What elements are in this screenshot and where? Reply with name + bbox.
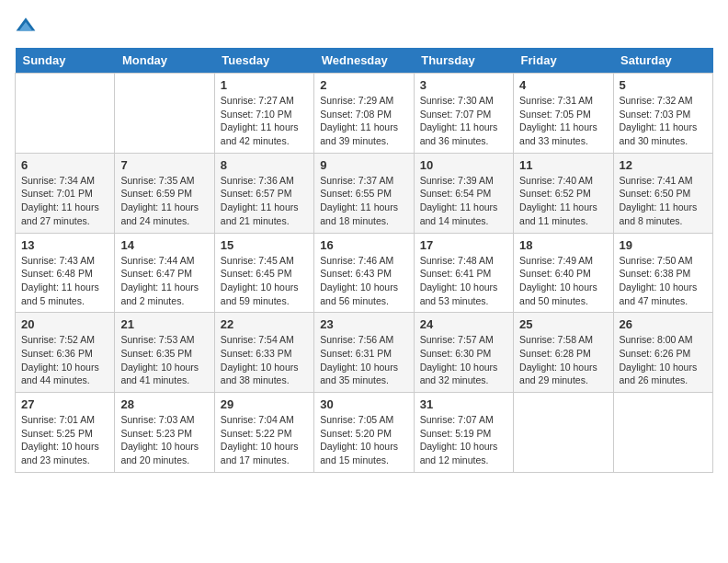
calendar-cell: 24Sunrise: 7:57 AMSunset: 6:30 PMDayligh… xyxy=(414,313,513,393)
day-detail: Sunrise: 7:48 AMSunset: 6:41 PMDaylight:… xyxy=(420,254,507,308)
day-detail: Sunrise: 7:34 AMSunset: 7:01 PMDaylight:… xyxy=(21,174,108,228)
day-detail: Sunrise: 7:46 AMSunset: 6:43 PMDaylight:… xyxy=(320,254,407,308)
day-detail: Sunrise: 7:31 AMSunset: 7:05 PMDaylight:… xyxy=(519,94,607,148)
calendar-header-sunday: Sunday xyxy=(16,48,115,74)
calendar-header-tuesday: Tuesday xyxy=(214,48,313,74)
day-number: 19 xyxy=(620,238,707,252)
day-number: 12 xyxy=(620,158,707,172)
day-number: 5 xyxy=(620,78,707,92)
day-number: 10 xyxy=(420,158,507,172)
day-detail: Sunrise: 7:56 AMSunset: 6:31 PMDaylight:… xyxy=(320,333,407,387)
day-detail: Sunrise: 7:29 AMSunset: 7:08 PMDaylight:… xyxy=(320,94,407,148)
day-number: 17 xyxy=(420,238,507,252)
calendar-week-row: 20Sunrise: 7:52 AMSunset: 6:36 PMDayligh… xyxy=(16,313,713,393)
calendar-header-wednesday: Wednesday xyxy=(314,48,414,74)
day-detail: Sunrise: 7:01 AMSunset: 5:25 PMDaylight:… xyxy=(21,413,108,467)
calendar-cell xyxy=(115,74,214,154)
day-detail: Sunrise: 7:05 AMSunset: 5:20 PMDaylight:… xyxy=(320,413,407,467)
day-number: 16 xyxy=(320,238,407,252)
day-number: 2 xyxy=(320,78,407,92)
day-number: 21 xyxy=(120,317,208,331)
calendar-cell: 16Sunrise: 7:46 AMSunset: 6:43 PMDayligh… xyxy=(314,233,414,313)
day-number: 22 xyxy=(221,317,308,331)
day-number: 24 xyxy=(420,317,507,331)
calendar-cell: 23Sunrise: 7:56 AMSunset: 6:31 PMDayligh… xyxy=(314,313,414,393)
calendar-cell: 30Sunrise: 7:05 AMSunset: 5:20 PMDayligh… xyxy=(314,393,414,473)
calendar-cell: 5Sunrise: 7:32 AMSunset: 7:03 PMDaylight… xyxy=(613,74,712,154)
calendar-cell: 8Sunrise: 7:36 AMSunset: 6:57 PMDaylight… xyxy=(214,153,313,233)
day-detail: Sunrise: 7:32 AMSunset: 7:03 PMDaylight:… xyxy=(620,94,707,148)
calendar-cell: 4Sunrise: 7:31 AMSunset: 7:05 PMDaylight… xyxy=(514,74,613,154)
day-detail: Sunrise: 7:07 AMSunset: 5:19 PMDaylight:… xyxy=(420,413,507,467)
day-number: 1 xyxy=(221,78,308,92)
day-detail: Sunrise: 7:52 AMSunset: 6:36 PMDaylight:… xyxy=(21,333,108,387)
day-number: 7 xyxy=(120,158,208,172)
page-header xyxy=(15,15,713,37)
calendar-header-row: SundayMondayTuesdayWednesdayThursdayFrid… xyxy=(16,48,713,74)
calendar-cell: 14Sunrise: 7:44 AMSunset: 6:47 PMDayligh… xyxy=(115,233,214,313)
calendar-cell: 20Sunrise: 7:52 AMSunset: 6:36 PMDayligh… xyxy=(16,313,115,393)
day-detail: Sunrise: 7:36 AMSunset: 6:57 PMDaylight:… xyxy=(221,174,308,228)
day-detail: Sunrise: 7:39 AMSunset: 6:54 PMDaylight:… xyxy=(420,174,507,228)
calendar-cell: 28Sunrise: 7:03 AMSunset: 5:23 PMDayligh… xyxy=(115,393,214,473)
day-number: 14 xyxy=(120,238,208,252)
calendar-cell: 17Sunrise: 7:48 AMSunset: 6:41 PMDayligh… xyxy=(414,233,513,313)
calendar-cell: 12Sunrise: 7:41 AMSunset: 6:50 PMDayligh… xyxy=(613,153,712,233)
day-number: 3 xyxy=(420,78,507,92)
day-detail: Sunrise: 7:43 AMSunset: 6:48 PMDaylight:… xyxy=(21,254,108,308)
calendar-cell: 27Sunrise: 7:01 AMSunset: 5:25 PMDayligh… xyxy=(16,393,115,473)
day-detail: Sunrise: 7:30 AMSunset: 7:07 PMDaylight:… xyxy=(420,94,507,148)
day-detail: Sunrise: 7:45 AMSunset: 6:45 PMDaylight:… xyxy=(221,254,308,308)
calendar-cell: 7Sunrise: 7:35 AMSunset: 6:59 PMDaylight… xyxy=(115,153,214,233)
day-detail: Sunrise: 7:57 AMSunset: 6:30 PMDaylight:… xyxy=(420,333,507,387)
calendar-cell: 11Sunrise: 7:40 AMSunset: 6:52 PMDayligh… xyxy=(514,153,613,233)
day-detail: Sunrise: 7:53 AMSunset: 6:35 PMDaylight:… xyxy=(120,333,208,387)
calendar-header-saturday: Saturday xyxy=(613,48,712,74)
day-detail: Sunrise: 7:49 AMSunset: 6:40 PMDaylight:… xyxy=(519,254,607,308)
day-detail: Sunrise: 8:00 AMSunset: 6:26 PMDaylight:… xyxy=(620,333,707,387)
calendar-cell: 25Sunrise: 7:58 AMSunset: 6:28 PMDayligh… xyxy=(514,313,613,393)
day-number: 23 xyxy=(320,317,407,331)
day-detail: Sunrise: 7:50 AMSunset: 6:38 PMDaylight:… xyxy=(620,254,707,308)
calendar-cell xyxy=(613,393,712,473)
day-number: 25 xyxy=(519,317,607,331)
calendar-cell: 26Sunrise: 8:00 AMSunset: 6:26 PMDayligh… xyxy=(613,313,712,393)
day-detail: Sunrise: 7:54 AMSunset: 6:33 PMDaylight:… xyxy=(221,333,308,387)
day-detail: Sunrise: 7:37 AMSunset: 6:55 PMDaylight:… xyxy=(320,174,407,228)
day-number: 30 xyxy=(320,397,407,411)
day-number: 11 xyxy=(519,158,607,172)
calendar-header-monday: Monday xyxy=(115,48,214,74)
calendar-week-row: 1Sunrise: 7:27 AMSunset: 7:10 PMDaylight… xyxy=(16,74,713,154)
logo xyxy=(15,15,40,37)
calendar-cell: 19Sunrise: 7:50 AMSunset: 6:38 PMDayligh… xyxy=(613,233,712,313)
calendar-cell: 13Sunrise: 7:43 AMSunset: 6:48 PMDayligh… xyxy=(16,233,115,313)
day-detail: Sunrise: 7:35 AMSunset: 6:59 PMDaylight:… xyxy=(120,174,208,228)
day-detail: Sunrise: 7:03 AMSunset: 5:23 PMDaylight:… xyxy=(120,413,208,467)
day-number: 4 xyxy=(519,78,607,92)
calendar-cell: 22Sunrise: 7:54 AMSunset: 6:33 PMDayligh… xyxy=(214,313,313,393)
day-number: 26 xyxy=(620,317,707,331)
day-detail: Sunrise: 7:44 AMSunset: 6:47 PMDaylight:… xyxy=(120,254,208,308)
day-number: 28 xyxy=(120,397,208,411)
day-number: 18 xyxy=(519,238,607,252)
calendar-cell: 6Sunrise: 7:34 AMSunset: 7:01 PMDaylight… xyxy=(16,153,115,233)
day-number: 8 xyxy=(221,158,308,172)
calendar-cell xyxy=(514,393,613,473)
calendar-header-friday: Friday xyxy=(514,48,613,74)
calendar-cell: 3Sunrise: 7:30 AMSunset: 7:07 PMDaylight… xyxy=(414,74,513,154)
logo-icon xyxy=(15,15,37,37)
calendar-cell: 10Sunrise: 7:39 AMSunset: 6:54 PMDayligh… xyxy=(414,153,513,233)
day-detail: Sunrise: 7:27 AMSunset: 7:10 PMDaylight:… xyxy=(221,94,308,148)
calendar-cell: 18Sunrise: 7:49 AMSunset: 6:40 PMDayligh… xyxy=(514,233,613,313)
calendar-header-thursday: Thursday xyxy=(414,48,513,74)
day-number: 9 xyxy=(320,158,407,172)
day-number: 27 xyxy=(21,397,108,411)
calendar-cell: 31Sunrise: 7:07 AMSunset: 5:19 PMDayligh… xyxy=(414,393,513,473)
day-detail: Sunrise: 7:58 AMSunset: 6:28 PMDaylight:… xyxy=(519,333,607,387)
day-number: 31 xyxy=(420,397,507,411)
calendar-cell: 15Sunrise: 7:45 AMSunset: 6:45 PMDayligh… xyxy=(214,233,313,313)
calendar-cell: 21Sunrise: 7:53 AMSunset: 6:35 PMDayligh… xyxy=(115,313,214,393)
calendar-cell: 9Sunrise: 7:37 AMSunset: 6:55 PMDaylight… xyxy=(314,153,414,233)
day-detail: Sunrise: 7:04 AMSunset: 5:22 PMDaylight:… xyxy=(221,413,308,467)
calendar-table: SundayMondayTuesdayWednesdayThursdayFrid… xyxy=(15,48,713,473)
